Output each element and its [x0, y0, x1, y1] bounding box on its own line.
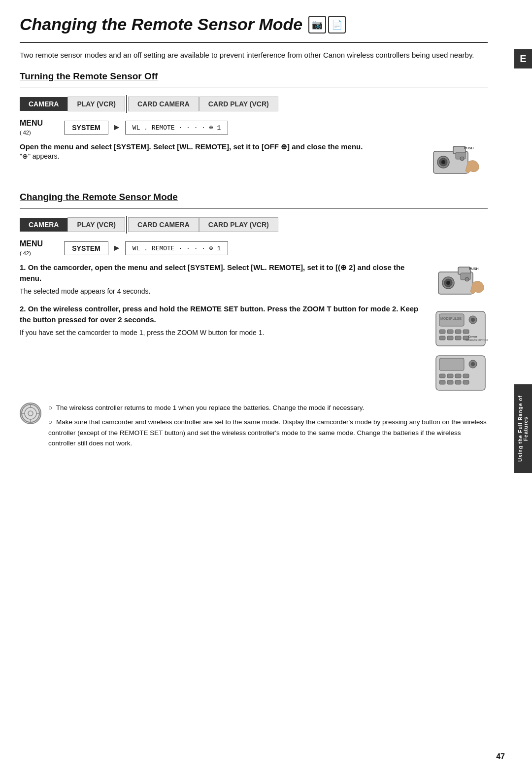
svg-rect-36 [439, 374, 445, 378]
title-icons: 📷 📄 [308, 16, 346, 34]
device-illustration-2 [433, 353, 488, 393]
step-2: 2. On the wireless controller, press and… [20, 304, 426, 338]
intro-text: Two remote sensor modes and an off setti… [20, 50, 488, 61]
section1-text: Open the menu and select [SYSTEM]. Selec… [20, 141, 421, 164]
svg-rect-42 [455, 380, 461, 384]
note-2: ○ Make sure that camcorder and wireless … [48, 417, 488, 449]
mode-tabs-2: CAMERA PLAY (VCR) CARD CAMERA CARD PLAY … [20, 216, 488, 234]
svg-text:PUSH: PUSH [464, 146, 473, 150]
svg-rect-25 [447, 336, 453, 340]
menu-row-2: MENU ( 42) SYSTEM ► WL . REMOTE · · · · … [20, 239, 488, 257]
title-divider [20, 42, 488, 43]
tab-card-play-1[interactable]: CARD PLAY (VCR) [199, 97, 278, 111]
tab-e: E [514, 49, 532, 68]
tab-camera-1[interactable]: CAMERA [20, 97, 67, 111]
svg-rect-43 [463, 380, 469, 384]
tab-card-camera-2[interactable]: CARD CAMERA [128, 217, 199, 232]
svg-point-3 [441, 160, 445, 164]
menu-arrow-2: ► [112, 243, 121, 253]
menu-label-2: MENU ( 42) [20, 239, 59, 257]
notes-icon [20, 403, 41, 424]
menu-sub-2: ( 42) [20, 250, 31, 256]
svg-text:PULSE: PULSE [450, 317, 462, 320]
svg-rect-41 [447, 380, 453, 384]
svg-rect-38 [455, 374, 461, 378]
section2-divider [20, 208, 488, 209]
side-label: Using the Full Range of Features [514, 384, 532, 473]
menu-arrow-1: ► [112, 122, 121, 133]
wl-box-2: WL . REMOTE · · · · ⊕ 1 [125, 241, 228, 255]
page-number: 47 [496, 752, 505, 761]
step1-text: 1. On the camcorder, open the menu and s… [20, 262, 426, 284]
svg-rect-33 [439, 358, 464, 371]
tab-sep-1 [126, 95, 127, 113]
svg-rect-26 [455, 336, 461, 340]
svg-rect-39 [463, 374, 469, 378]
system-box-1: SYSTEM [64, 121, 108, 135]
remote-illustration: Canon WIRELESS CONTROLLER WL-D70 MODE PU… [433, 309, 488, 348]
svg-point-35 [471, 362, 475, 366]
step2-subtext: If you have set the camcorder to mode 1,… [20, 328, 426, 338]
step-1: 1. On the camcorder, open the menu and s… [20, 262, 426, 297]
svg-point-46 [28, 411, 33, 416]
svg-rect-23 [463, 330, 469, 334]
mode-tabs-1: CAMERA PLAY (VCR) CARD CAMERA CARD PLAY … [20, 95, 488, 113]
note-1: ○ The wireless controller returns to mod… [48, 403, 488, 413]
svg-rect-24 [439, 336, 445, 340]
svg-point-6 [460, 157, 464, 161]
section1-appears: "⊕" appears. [20, 152, 421, 160]
section2-heading: Changing the Remote Sensor Mode [20, 192, 488, 202]
tab-card-camera-1[interactable]: CARD CAMERA [128, 97, 199, 111]
icon-card: 📷 [308, 16, 326, 34]
section2-images: PUSH [433, 262, 488, 393]
svg-text:Canon: Canon [468, 335, 477, 338]
section1-heading: Turning the Remote Sensor Off [20, 71, 488, 82]
tab-play-vcr-1[interactable]: PLAY (VCR) [67, 97, 125, 111]
menu-row-1: MENU ( 42) SYSTEM ► WL . REMOTE · · · · … [20, 119, 488, 136]
section1-divider [20, 88, 488, 88]
svg-rect-22 [455, 330, 461, 334]
svg-point-45 [25, 407, 36, 419]
step1-subtext: The selected mode appears for 4 seconds. [20, 286, 426, 297]
svg-rect-40 [439, 380, 445, 384]
svg-rect-37 [447, 374, 453, 378]
svg-text:MODE: MODE [440, 317, 451, 320]
camcorder-illustration-1: PUSH [429, 141, 483, 183]
camcorder-illustration-2: PUSH [433, 262, 488, 304]
tab-play-vcr-2[interactable]: PLAY (VCR) [67, 217, 125, 232]
svg-text:WIRELESS CONTROLLER WL-D70: WIRELESS CONTROLLER WL-D70 [466, 339, 488, 341]
system-box-2: SYSTEM [64, 241, 108, 255]
tab-sep-2 [126, 216, 127, 234]
menu-label-1: MENU ( 42) [20, 119, 59, 136]
section1-instruction: Open the menu and select [SYSTEM]. Selec… [20, 141, 421, 153]
svg-text:PUSH: PUSH [469, 267, 478, 270]
svg-point-19 [471, 318, 475, 322]
svg-rect-20 [439, 330, 445, 334]
svg-rect-21 [447, 330, 453, 334]
notes-content: ○ The wireless controller returns to mod… [48, 403, 488, 453]
page-title: Changing the Remote Sensor Mode 📷 📄 [20, 15, 488, 34]
icon-disc: 📄 [328, 16, 346, 34]
wl-box-1: WL . REMOTE · · · · ⊕ 1 [125, 121, 228, 135]
tab-card-play-2[interactable]: CARD PLAY (VCR) [199, 217, 278, 232]
section2-steps: 1. On the camcorder, open the menu and s… [20, 262, 426, 345]
notes-section: ○ The wireless controller returns to mod… [20, 403, 488, 453]
menu-sub-1: ( 42) [20, 130, 31, 135]
tab-camera-2[interactable]: CAMERA [20, 218, 67, 232]
section1-content: Open the menu and select [SYSTEM]. Selec… [20, 141, 488, 185]
section2-content: 1. On the camcorder, open the menu and s… [20, 262, 488, 393]
svg-point-14 [465, 277, 469, 281]
step2-text: 2. On the wireless controller, press and… [20, 304, 426, 326]
section1-image: PUSH [429, 141, 488, 185]
svg-point-11 [446, 281, 450, 285]
